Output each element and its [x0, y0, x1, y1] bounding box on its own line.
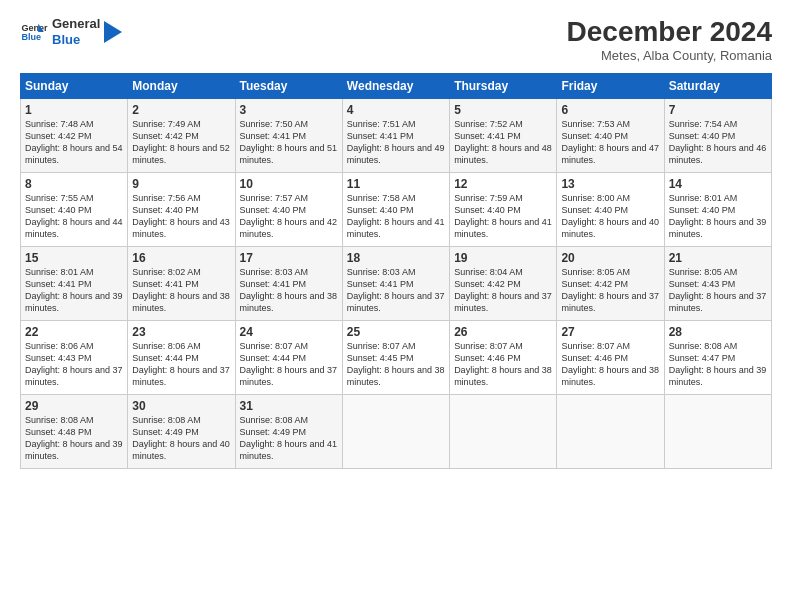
- cell-info: Sunrise: 8:07 AMSunset: 4:46 PMDaylight:…: [454, 340, 552, 389]
- cell-info: Sunrise: 8:07 AMSunset: 4:45 PMDaylight:…: [347, 340, 445, 389]
- day-number: 1: [25, 103, 123, 117]
- calendar-cell: 19Sunrise: 8:04 AMSunset: 4:42 PMDayligh…: [450, 247, 557, 321]
- day-number: 17: [240, 251, 338, 265]
- calendar-cell: 22Sunrise: 8:06 AMSunset: 4:43 PMDayligh…: [21, 321, 128, 395]
- day-number: 3: [240, 103, 338, 117]
- calendar-cell: 5Sunrise: 7:52 AMSunset: 4:41 PMDaylight…: [450, 99, 557, 173]
- calendar-cell: 31Sunrise: 8:08 AMSunset: 4:49 PMDayligh…: [235, 395, 342, 469]
- cell-info: Sunrise: 7:55 AMSunset: 4:40 PMDaylight:…: [25, 192, 123, 241]
- week-row-5: 29Sunrise: 8:08 AMSunset: 4:48 PMDayligh…: [21, 395, 772, 469]
- calendar-cell: 9Sunrise: 7:56 AMSunset: 4:40 PMDaylight…: [128, 173, 235, 247]
- cell-info: Sunrise: 8:08 AMSunset: 4:48 PMDaylight:…: [25, 414, 123, 463]
- day-number: 23: [132, 325, 230, 339]
- cell-info: Sunrise: 8:05 AMSunset: 4:42 PMDaylight:…: [561, 266, 659, 315]
- header-tuesday: Tuesday: [235, 74, 342, 99]
- logo-general: General: [52, 16, 100, 32]
- day-number: 2: [132, 103, 230, 117]
- week-row-2: 8Sunrise: 7:55 AMSunset: 4:40 PMDaylight…: [21, 173, 772, 247]
- day-number: 21: [669, 251, 767, 265]
- cell-info: Sunrise: 8:03 AMSunset: 4:41 PMDaylight:…: [240, 266, 338, 315]
- week-row-4: 22Sunrise: 8:06 AMSunset: 4:43 PMDayligh…: [21, 321, 772, 395]
- header-sunday: Sunday: [21, 74, 128, 99]
- title-block: December 2024 Metes, Alba County, Romani…: [567, 16, 772, 63]
- cell-info: Sunrise: 8:00 AMSunset: 4:40 PMDaylight:…: [561, 192, 659, 241]
- calendar-cell: 21Sunrise: 8:05 AMSunset: 4:43 PMDayligh…: [664, 247, 771, 321]
- day-number: 7: [669, 103, 767, 117]
- day-number: 29: [25, 399, 123, 413]
- cell-info: Sunrise: 7:54 AMSunset: 4:40 PMDaylight:…: [669, 118, 767, 167]
- cell-info: Sunrise: 8:07 AMSunset: 4:46 PMDaylight:…: [561, 340, 659, 389]
- calendar-cell: 8Sunrise: 7:55 AMSunset: 4:40 PMDaylight…: [21, 173, 128, 247]
- day-number: 14: [669, 177, 767, 191]
- cell-info: Sunrise: 8:06 AMSunset: 4:44 PMDaylight:…: [132, 340, 230, 389]
- cell-info: Sunrise: 7:58 AMSunset: 4:40 PMDaylight:…: [347, 192, 445, 241]
- cell-info: Sunrise: 7:51 AMSunset: 4:41 PMDaylight:…: [347, 118, 445, 167]
- day-number: 13: [561, 177, 659, 191]
- header: General Blue General Blue December 2024 …: [20, 16, 772, 63]
- calendar-cell: 6Sunrise: 7:53 AMSunset: 4:40 PMDaylight…: [557, 99, 664, 173]
- main-title: December 2024: [567, 16, 772, 48]
- cell-info: Sunrise: 7:53 AMSunset: 4:40 PMDaylight:…: [561, 118, 659, 167]
- day-number: 19: [454, 251, 552, 265]
- calendar-cell: 18Sunrise: 8:03 AMSunset: 4:41 PMDayligh…: [342, 247, 449, 321]
- week-row-1: 1Sunrise: 7:48 AMSunset: 4:42 PMDaylight…: [21, 99, 772, 173]
- calendar-cell: 16Sunrise: 8:02 AMSunset: 4:41 PMDayligh…: [128, 247, 235, 321]
- cell-info: Sunrise: 7:56 AMSunset: 4:40 PMDaylight:…: [132, 192, 230, 241]
- calendar-cell: 20Sunrise: 8:05 AMSunset: 4:42 PMDayligh…: [557, 247, 664, 321]
- day-number: 8: [25, 177, 123, 191]
- day-number: 24: [240, 325, 338, 339]
- page: General Blue General Blue December 2024 …: [0, 0, 792, 612]
- cell-info: Sunrise: 7:57 AMSunset: 4:40 PMDaylight:…: [240, 192, 338, 241]
- cell-info: Sunrise: 8:08 AMSunset: 4:49 PMDaylight:…: [240, 414, 338, 463]
- day-number: 5: [454, 103, 552, 117]
- logo-icon: General Blue: [20, 18, 48, 46]
- calendar-cell: 15Sunrise: 8:01 AMSunset: 4:41 PMDayligh…: [21, 247, 128, 321]
- header-row: SundayMondayTuesdayWednesdayThursdayFrid…: [21, 74, 772, 99]
- calendar-table: SundayMondayTuesdayWednesdayThursdayFrid…: [20, 73, 772, 469]
- calendar-cell: 26Sunrise: 8:07 AMSunset: 4:46 PMDayligh…: [450, 321, 557, 395]
- cell-info: Sunrise: 8:07 AMSunset: 4:44 PMDaylight:…: [240, 340, 338, 389]
- header-wednesday: Wednesday: [342, 74, 449, 99]
- cell-info: Sunrise: 7:50 AMSunset: 4:41 PMDaylight:…: [240, 118, 338, 167]
- cell-info: Sunrise: 8:02 AMSunset: 4:41 PMDaylight:…: [132, 266, 230, 315]
- calendar-cell: 2Sunrise: 7:49 AMSunset: 4:42 PMDaylight…: [128, 99, 235, 173]
- calendar-cell: 7Sunrise: 7:54 AMSunset: 4:40 PMDaylight…: [664, 99, 771, 173]
- calendar-cell: 3Sunrise: 7:50 AMSunset: 4:41 PMDaylight…: [235, 99, 342, 173]
- logo: General Blue General Blue: [20, 16, 122, 47]
- day-number: 26: [454, 325, 552, 339]
- day-number: 25: [347, 325, 445, 339]
- day-number: 28: [669, 325, 767, 339]
- header-monday: Monday: [128, 74, 235, 99]
- day-number: 4: [347, 103, 445, 117]
- day-number: 12: [454, 177, 552, 191]
- cell-info: Sunrise: 8:05 AMSunset: 4:43 PMDaylight:…: [669, 266, 767, 315]
- cell-info: Sunrise: 7:49 AMSunset: 4:42 PMDaylight:…: [132, 118, 230, 167]
- svg-text:General: General: [21, 22, 48, 32]
- cell-info: Sunrise: 8:08 AMSunset: 4:47 PMDaylight:…: [669, 340, 767, 389]
- calendar-cell: 4Sunrise: 7:51 AMSunset: 4:41 PMDaylight…: [342, 99, 449, 173]
- calendar-cell: 13Sunrise: 8:00 AMSunset: 4:40 PMDayligh…: [557, 173, 664, 247]
- calendar-cell: [342, 395, 449, 469]
- logo-blue: Blue: [52, 32, 100, 48]
- calendar-cell: 11Sunrise: 7:58 AMSunset: 4:40 PMDayligh…: [342, 173, 449, 247]
- day-number: 30: [132, 399, 230, 413]
- calendar-cell: 23Sunrise: 8:06 AMSunset: 4:44 PMDayligh…: [128, 321, 235, 395]
- day-number: 27: [561, 325, 659, 339]
- day-number: 10: [240, 177, 338, 191]
- day-number: 16: [132, 251, 230, 265]
- svg-marker-3: [104, 21, 122, 43]
- day-number: 11: [347, 177, 445, 191]
- cell-info: Sunrise: 8:03 AMSunset: 4:41 PMDaylight:…: [347, 266, 445, 315]
- calendar-cell: 30Sunrise: 8:08 AMSunset: 4:49 PMDayligh…: [128, 395, 235, 469]
- calendar-cell: 1Sunrise: 7:48 AMSunset: 4:42 PMDaylight…: [21, 99, 128, 173]
- calendar-cell: 29Sunrise: 8:08 AMSunset: 4:48 PMDayligh…: [21, 395, 128, 469]
- calendar-cell: 12Sunrise: 7:59 AMSunset: 4:40 PMDayligh…: [450, 173, 557, 247]
- cell-info: Sunrise: 8:01 AMSunset: 4:40 PMDaylight:…: [669, 192, 767, 241]
- header-thursday: Thursday: [450, 74, 557, 99]
- day-number: 18: [347, 251, 445, 265]
- cell-info: Sunrise: 8:01 AMSunset: 4:41 PMDaylight:…: [25, 266, 123, 315]
- calendar-cell: 24Sunrise: 8:07 AMSunset: 4:44 PMDayligh…: [235, 321, 342, 395]
- subtitle: Metes, Alba County, Romania: [567, 48, 772, 63]
- day-number: 22: [25, 325, 123, 339]
- svg-text:Blue: Blue: [21, 32, 41, 42]
